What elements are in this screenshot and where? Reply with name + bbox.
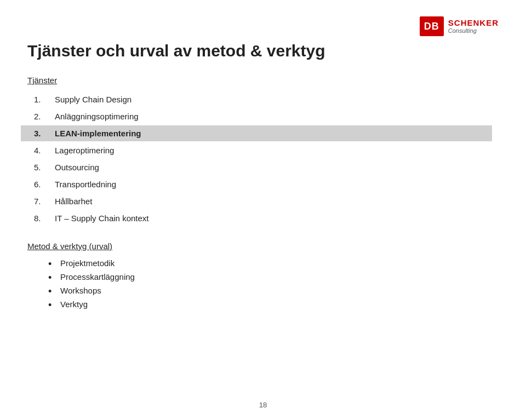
list-number: 5. <box>34 163 41 172</box>
page-title: Tjänster och urval av metod & verktyg <box>27 42 499 60</box>
header: DB SCHENKER Consulting <box>27 16 499 36</box>
logo-schenker: SCHENKER Consulting <box>448 19 499 34</box>
list-item: Workshops <box>27 284 499 297</box>
methods-section: Metod & verktyg (urval) Projektmetodik P… <box>27 241 499 311</box>
list-text: Processkartläggning <box>60 272 135 281</box>
list-number: 4. <box>34 146 41 155</box>
list-text: Projektmetodik <box>60 258 115 268</box>
page-container: DB SCHENKER Consulting Tjänster och urva… <box>0 0 526 420</box>
logo-container: DB SCHENKER Consulting <box>420 16 499 36</box>
list-item: 2. Anläggningsoptimering <box>27 108 499 124</box>
logo-brand-name: SCHENKER <box>448 19 499 28</box>
methods-section-label: Metod & verktyg (urval) <box>27 241 499 251</box>
list-item: 5. Outsourcing <box>27 159 499 175</box>
list-item: 1. Supply Chain Design <box>27 91 499 107</box>
list-item: Processkartläggning <box>27 270 499 284</box>
list-number: 6. <box>34 180 41 189</box>
list-item: Projektmetodik <box>27 256 499 270</box>
list-item: 8. IT – Supply Chain kontext <box>27 210 499 226</box>
list-item-highlighted: 3. LEAN-implementering <box>21 125 492 141</box>
logo-tagline: Consulting <box>448 27 477 34</box>
logo-db-text: DB <box>424 21 439 32</box>
list-text: Supply Chain Design <box>55 95 132 104</box>
list-text: Transportledning <box>55 180 116 189</box>
list-number: 8. <box>34 214 41 223</box>
list-text: Anläggningsoptimering <box>55 112 139 121</box>
list-text: Workshops <box>60 286 101 295</box>
services-section: Tjänster 1. Supply Chain Design 2. Anläg… <box>27 76 499 226</box>
services-section-label: Tjänster <box>27 76 499 85</box>
list-text: LEAN-implementering <box>55 129 141 138</box>
methods-list: Projektmetodik Processkartläggning Works… <box>27 256 499 311</box>
list-number: 2. <box>34 112 41 121</box>
list-text: IT – Supply Chain kontext <box>55 214 149 223</box>
list-item: Verktyg <box>27 297 499 311</box>
logo-box: DB <box>420 16 444 36</box>
list-text: Lageroptimering <box>55 146 114 155</box>
list-number: 3. <box>34 129 41 138</box>
list-text: Verktyg <box>60 300 88 309</box>
list-text: Hållbarhet <box>55 197 92 206</box>
list-item: 6. Transportledning <box>27 176 499 192</box>
page-number: 18 <box>259 401 267 409</box>
list-number: 1. <box>34 95 41 104</box>
list-text: Outsourcing <box>55 163 99 172</box>
list-item: 4. Lageroptimering <box>27 142 499 158</box>
list-item: 7. Hållbarhet <box>27 193 499 209</box>
list-number: 7. <box>34 197 41 206</box>
services-list: 1. Supply Chain Design 2. Anläggningsopt… <box>27 91 499 226</box>
